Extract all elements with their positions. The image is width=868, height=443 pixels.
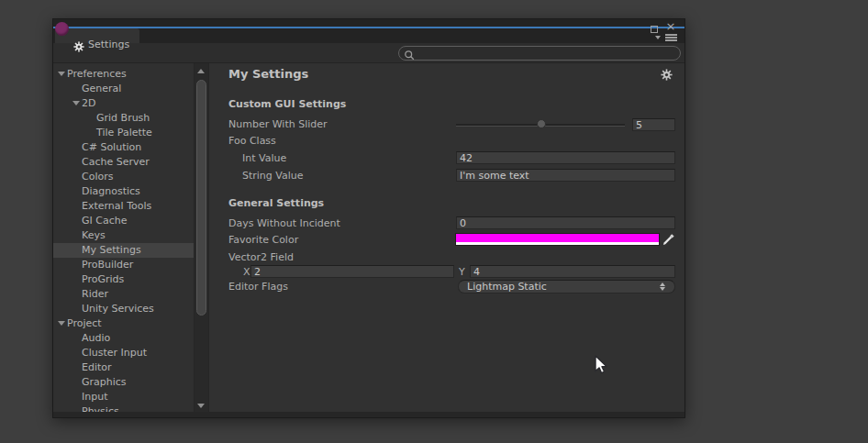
sidebar-item-label: ProBuilder: [82, 259, 133, 271]
sidebar-item-colors[interactable]: Colors: [53, 170, 194, 184]
sidebar-item-label: GI Cache: [82, 215, 127, 227]
title-bar[interactable]: Settings ×: [53, 19, 684, 43]
sidebar-item-my-settings[interactable]: My Settings: [53, 243, 194, 258]
sidebar-item-graphics[interactable]: Graphics: [53, 375, 194, 390]
sidebar-item-label: Unity Services: [82, 303, 154, 316]
section-header-general: General Settings: [228, 197, 324, 209]
sidebar-item-label: My Settings: [82, 244, 141, 257]
sidebar-item-label: Grid Brush: [96, 112, 150, 125]
editor-flags-selected-value: Lightmap Static: [467, 281, 547, 293]
sidebar-item-label: C# Solution: [82, 141, 141, 154]
foldout-triangle-icon[interactable]: [72, 101, 80, 105]
sidebar-item-label: Cache Server: [82, 156, 150, 169]
sidebar-item-label: Audio: [82, 332, 110, 345]
sidebar-item-audio[interactable]: Audio: [53, 331, 194, 346]
sidebar-item-probuilder[interactable]: ProBuilder: [53, 258, 194, 272]
string-value-label: String Value: [242, 170, 304, 183]
sidebar-item-label: Project: [67, 317, 102, 330]
page-title: My Settings: [228, 67, 308, 81]
sidebar-item-cache-server[interactable]: Cache Server: [53, 155, 194, 170]
main-panel: My Settings Custom GUI Settings Number W…: [208, 63, 684, 412]
scroll-down-arrow-icon[interactable]: [197, 404, 205, 408]
editor-flags-label: Editor Flags: [228, 281, 288, 293]
sidebar-item-label: Preferences: [67, 68, 127, 81]
sidebar-item-label: External Tools: [82, 200, 151, 213]
slider-value-field[interactable]: [632, 118, 675, 131]
int-value-label: Int Value: [242, 152, 286, 165]
window-menu-caret-icon[interactable]: [655, 36, 661, 39]
sidebar-item-label: ProGrids: [82, 273, 124, 286]
sidebar-item-progrids[interactable]: ProGrids: [53, 272, 194, 287]
sidebar-item-label: Rider: [82, 288, 108, 301]
window-maximize-button[interactable]: [651, 26, 658, 33]
sidebar-item-label: Tile Palette: [96, 127, 152, 139]
foldout-triangle-icon[interactable]: [58, 72, 65, 76]
sidebar-item-label: Colors: [82, 171, 113, 183]
active-tab-accent-line: [53, 27, 684, 28]
sidebar-item-label: General: [82, 83, 121, 95]
dropdown-arrows-icon: [659, 282, 666, 291]
scroll-up-arrow-icon[interactable]: [197, 69, 205, 73]
sidebar-item-grid-brush[interactable]: Grid Brush: [53, 111, 194, 126]
sidebar-item-label: 2D: [82, 97, 95, 110]
search-box[interactable]: [398, 46, 681, 61]
settings-window: Settings × PreferencesGeneral2DGrid Brus…: [52, 18, 685, 418]
days-without-incident-label: Days Without Incident: [228, 217, 340, 230]
sidebar-item-preferences[interactable]: Preferences: [53, 67, 194, 82]
sidebar-item-rider[interactable]: Rider: [53, 287, 194, 302]
favorite-color-label: Favorite Color: [228, 234, 298, 247]
editor-flags-dropdown[interactable]: Lightmap Static: [458, 280, 675, 293]
favorite-color-swatch[interactable]: [455, 233, 660, 246]
vector2-x-field[interactable]: [250, 265, 454, 278]
tab-settings-label: Settings: [88, 39, 129, 51]
sidebar-tree: PreferencesGeneral2DGrid BrushTile Palet…: [53, 67, 194, 412]
int-value-field[interactable]: [456, 151, 675, 164]
sidebar-item-c-solution[interactable]: C# Solution: [53, 140, 194, 155]
sidebar-scrollbar[interactable]: [194, 63, 208, 412]
vector2-y-label: Y: [459, 266, 465, 279]
vector2-x-label: X: [243, 266, 250, 279]
window-close-button[interactable]: ×: [665, 20, 676, 32]
sidebar-item-label: Editor: [82, 361, 112, 374]
sidebar-item-physics[interactable]: Physics: [53, 404, 194, 412]
sidebar-item-external-tools[interactable]: External Tools: [53, 199, 194, 214]
eyedropper-icon[interactable]: [662, 232, 675, 246]
string-value-field[interactable]: [456, 169, 675, 182]
number-with-slider-label: Number With Slider: [228, 118, 328, 131]
alpha-bar: [456, 242, 659, 245]
desktop: { "colors": { "accent_blue": "#3d79b8", …: [0, 0, 868, 443]
vector2-y-field[interactable]: [470, 265, 675, 278]
sidebar-item-label: Keys: [82, 229, 106, 242]
days-without-incident-field[interactable]: [456, 216, 675, 229]
sidebar-item-label: Graphics: [82, 376, 127, 389]
panel-gear-icon[interactable]: [661, 67, 673, 79]
scrollbar-thumb[interactable]: [196, 80, 206, 316]
sidebar-item-label: Input: [82, 391, 107, 404]
window-menu-icon[interactable]: [665, 34, 677, 36]
foldout-triangle-icon[interactable]: [58, 321, 65, 326]
foo-class-label: Foo Class: [228, 135, 276, 148]
sidebar-item-label: Cluster Input: [82, 347, 147, 360]
search-input[interactable]: [417, 48, 672, 59]
sidebar-item-tile-palette[interactable]: Tile Palette: [53, 126, 194, 140]
toolbar: [53, 43, 684, 63]
slider-thumb[interactable]: [537, 119, 546, 128]
sidebar-item-cluster-input[interactable]: Cluster Input: [53, 346, 194, 360]
window-icon-dot: [55, 22, 69, 36]
sidebar-item-2d[interactable]: 2D: [53, 96, 194, 111]
sidebar-item-keys[interactable]: Keys: [53, 228, 194, 243]
sidebar-item-gi-cache[interactable]: GI Cache: [53, 214, 194, 228]
sidebar-item-input[interactable]: Input: [53, 390, 194, 404]
sidebar-item-project[interactable]: Project: [53, 316, 194, 331]
vector2-field-label: Vector2 Field: [228, 251, 294, 264]
sidebar: PreferencesGeneral2DGrid BrushTile Palet…: [53, 63, 194, 412]
sidebar-item-unity-services[interactable]: Unity Services: [53, 302, 194, 316]
window-bottom-edge: [53, 412, 684, 417]
section-header-custom-gui: Custom GUI Settings: [228, 98, 346, 110]
sidebar-item-general[interactable]: General: [53, 82, 194, 96]
sidebar-item-editor[interactable]: Editor: [53, 360, 194, 375]
color-area: [456, 234, 659, 242]
sidebar-item-diagnostics[interactable]: Diagnostics: [53, 184, 194, 199]
sidebar-item-label: Diagnostics: [82, 185, 140, 198]
settings-tab-gear-icon: [73, 39, 84, 56]
